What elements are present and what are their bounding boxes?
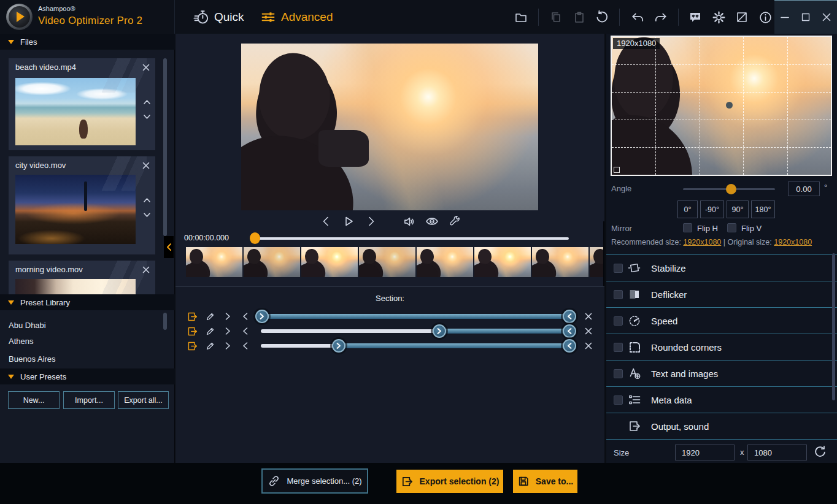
info-icon[interactable] — [757, 9, 774, 26]
delete-section-icon[interactable] — [582, 340, 595, 352]
user-presets-header[interactable]: User Presets — [0, 368, 175, 384]
reset-button[interactable] — [593, 9, 611, 26]
feature-row-rounded-corners[interactable]: Rounded corners — [606, 334, 837, 360]
export-section-icon[interactable] — [186, 310, 198, 323]
crop-center-marker[interactable] — [726, 102, 733, 109]
recommended-size-link[interactable]: 1920x1080 — [683, 238, 721, 246]
move-down-icon[interactable] — [141, 209, 152, 220]
tab-advanced[interactable]: Advanced — [260, 0, 333, 34]
size-width-input[interactable] — [675, 445, 735, 460]
feature-row-output-sound[interactable]: Output, sound — [606, 413, 837, 439]
size-height-input[interactable] — [747, 445, 807, 460]
volume-icon[interactable] — [401, 213, 417, 229]
preset-library-header[interactable]: Preset Library — [0, 294, 175, 310]
flip-v-checkbox[interactable] — [727, 223, 736, 232]
deflicker-checkbox[interactable] — [614, 290, 623, 299]
tools-wrench-icon[interactable] — [447, 213, 463, 229]
paste-button[interactable] — [571, 9, 588, 26]
move-down-icon[interactable] — [141, 111, 152, 122]
filmstrip-frame[interactable] — [301, 247, 358, 277]
close-button[interactable] — [818, 9, 835, 26]
angle-slider-handle[interactable] — [726, 184, 736, 194]
merge-selection-button[interactable]: Merge selection... (2) — [261, 468, 368, 494]
playhead-handle[interactable] — [250, 232, 260, 244]
filmstrip[interactable] — [186, 247, 603, 277]
play-button[interactable] — [341, 213, 357, 229]
sidebar-collapse-handle[interactable] — [164, 236, 174, 258]
edit-pencil-icon[interactable] — [204, 310, 216, 323]
set-start-icon[interactable] — [222, 325, 234, 337]
file-item-morning[interactable]: morning video.mov — [9, 261, 155, 294]
edit-pencil-icon[interactable] — [204, 325, 216, 337]
filmstrip-frame[interactable] — [417, 247, 473, 277]
files-scrollbar[interactable] — [163, 58, 167, 236]
selected-range[interactable] — [262, 314, 569, 319]
rotate-neg90-button[interactable]: -90° — [700, 200, 724, 218]
move-up-icon[interactable] — [141, 194, 152, 205]
preview-eye-icon[interactable] — [424, 213, 440, 229]
rotate-0-button[interactable]: 0° — [677, 200, 698, 218]
export-selection-button[interactable]: Export selection (2) — [396, 470, 503, 493]
set-start-icon[interactable] — [222, 340, 234, 352]
file-thumbnail[interactable] — [15, 175, 136, 244]
range-end-handle[interactable] — [563, 310, 576, 323]
stabilize-checkbox[interactable] — [614, 264, 623, 273]
preset-item[interactable]: Abu Dhabi — [0, 317, 153, 333]
angle-input[interactable] — [788, 181, 820, 196]
presets-scrollbar[interactable] — [163, 313, 167, 330]
original-size-link[interactable]: 1920x1080 — [774, 238, 812, 246]
export-all-presets-button[interactable]: Export all... — [118, 391, 169, 409]
rounded-corners-checkbox[interactable] — [614, 343, 623, 352]
file-thumbnail[interactable] — [15, 279, 136, 294]
selected-range[interactable] — [439, 329, 569, 334]
delete-section-icon[interactable] — [582, 310, 595, 323]
copy-button[interactable] — [547, 9, 565, 26]
filmstrip-frame[interactable] — [244, 247, 300, 277]
rotate-90-button[interactable]: 90° — [727, 200, 749, 218]
filmstrip-frame[interactable] — [359, 247, 415, 277]
theme-toggle-icon[interactable] — [733, 9, 750, 26]
filmstrip-frame[interactable] — [532, 247, 588, 277]
export-section-icon[interactable] — [186, 325, 198, 337]
set-start-icon[interactable] — [222, 310, 234, 323]
right-panel-scrollbar[interactable] — [832, 253, 835, 400]
size-reset-icon[interactable] — [812, 445, 827, 459]
section-range-slider[interactable] — [257, 309, 577, 324]
preset-item[interactable]: Athens — [0, 333, 153, 349]
tab-quick[interactable]: Quick — [193, 0, 244, 34]
filmstrip-frame[interactable] — [186, 247, 242, 277]
feature-row-deflicker[interactable]: Deflicker — [606, 281, 837, 307]
section-range-slider[interactable] — [257, 338, 577, 353]
video-preview[interactable] — [241, 44, 538, 210]
file-item-city[interactable]: city video.mov — [9, 156, 155, 254]
section-range-slider[interactable] — [257, 324, 577, 338]
flip-h-checkbox[interactable] — [683, 223, 692, 232]
export-section-icon[interactable] — [186, 340, 198, 352]
file-thumbnail[interactable] — [15, 78, 136, 145]
speed-checkbox[interactable] — [614, 316, 623, 326]
undo-button[interactable] — [629, 9, 646, 26]
save-to-button[interactable]: Save to... — [513, 470, 577, 493]
feature-row-meta-data[interactable]: Meta data — [606, 386, 837, 413]
filmstrip-frame[interactable] — [474, 247, 531, 277]
feedback-icon[interactable] — [687, 9, 704, 26]
minimize-button[interactable] — [776, 9, 793, 26]
maximize-button[interactable] — [797, 9, 814, 26]
crop-preview[interactable]: 1920x1080 — [611, 36, 832, 176]
edit-pencil-icon[interactable] — [204, 340, 216, 352]
import-preset-button[interactable]: Import... — [63, 391, 115, 409]
move-up-icon[interactable] — [141, 96, 152, 107]
delete-section-icon[interactable] — [582, 325, 595, 337]
files-section-header[interactable]: Files — [0, 34, 175, 50]
filmstrip-frame[interactable] — [590, 247, 603, 277]
feature-row-speed[interactable]: Speed — [606, 307, 837, 334]
new-preset-button[interactable]: New... — [8, 391, 60, 409]
text-images-checkbox[interactable] — [614, 369, 623, 378]
set-end-icon[interactable] — [239, 325, 252, 337]
crop-corner-handle[interactable] — [614, 167, 620, 173]
open-folder-button[interactable] — [512, 9, 530, 26]
seek-bar[interactable] — [253, 237, 569, 240]
previous-frame-button[interactable] — [318, 213, 334, 229]
file-item-beach[interactable]: beach video.mp4 — [9, 58, 155, 150]
remove-file-icon[interactable] — [141, 160, 152, 171]
